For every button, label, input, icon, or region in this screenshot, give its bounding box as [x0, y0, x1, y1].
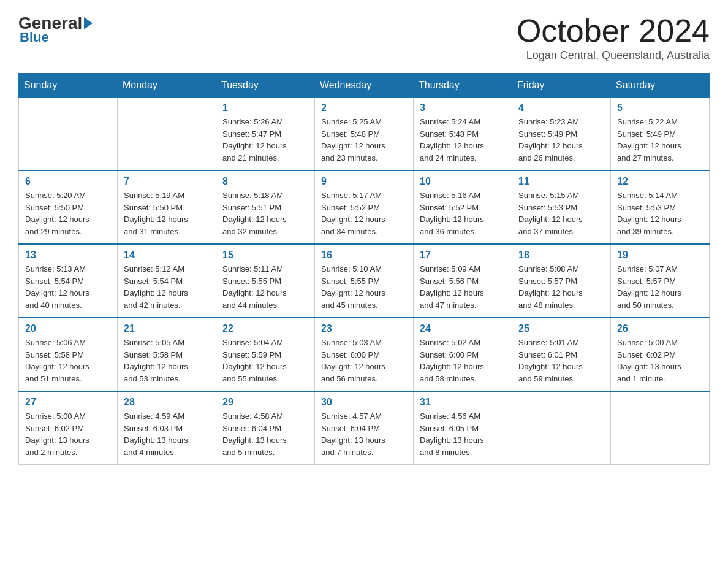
weekday-header-wednesday: Wednesday [315, 74, 414, 98]
calendar-cell: 13Sunrise: 5:13 AMSunset: 5:54 PMDayligh… [19, 244, 118, 318]
calendar-cell: 22Sunrise: 5:04 AMSunset: 5:59 PMDayligh… [216, 318, 315, 391]
logo-arrow-icon [84, 17, 93, 29]
calendar-cell: 15Sunrise: 5:11 AMSunset: 5:55 PMDayligh… [216, 244, 315, 318]
title-area: October 2024 Logan Central, Queensland, … [517, 15, 710, 62]
calendar-table: SundayMondayTuesdayWednesdayThursdayFrid… [18, 73, 710, 465]
day-number: 20 [25, 323, 111, 334]
day-number: 22 [222, 323, 308, 334]
day-number: 14 [124, 250, 210, 261]
day-number: 17 [420, 250, 506, 261]
calendar-cell: 16Sunrise: 5:10 AMSunset: 5:55 PMDayligh… [315, 244, 414, 318]
calendar-cell: 29Sunrise: 4:58 AMSunset: 6:04 PMDayligh… [216, 391, 315, 465]
day-info: Sunrise: 5:23 AMSunset: 5:49 PMDaylight:… [518, 116, 604, 164]
week-row-2: 6Sunrise: 5:20 AMSunset: 5:50 PMDaylight… [19, 170, 710, 244]
day-info: Sunrise: 5:25 AMSunset: 5:48 PMDaylight:… [321, 116, 407, 164]
weekday-header-monday: Monday [118, 74, 216, 98]
day-number: 21 [124, 323, 210, 334]
day-info: Sunrise: 5:01 AMSunset: 6:01 PMDaylight:… [518, 337, 604, 385]
day-number: 2 [321, 102, 407, 113]
day-number: 10 [420, 176, 506, 187]
weekday-header-thursday: Thursday [414, 74, 512, 98]
day-info: Sunrise: 5:02 AMSunset: 6:00 PMDaylight:… [420, 337, 506, 385]
day-info: Sunrise: 5:17 AMSunset: 5:52 PMDaylight:… [321, 190, 407, 237]
calendar-cell: 28Sunrise: 4:59 AMSunset: 6:03 PMDayligh… [118, 391, 216, 465]
day-number: 18 [518, 250, 604, 261]
day-info: Sunrise: 5:04 AMSunset: 5:59 PMDaylight:… [222, 337, 308, 385]
day-info: Sunrise: 5:11 AMSunset: 5:55 PMDaylight:… [222, 263, 308, 311]
day-info: Sunrise: 4:56 AMSunset: 6:05 PMDaylight:… [420, 410, 506, 458]
day-number: 26 [617, 323, 703, 334]
day-info: Sunrise: 4:57 AMSunset: 6:04 PMDaylight:… [321, 410, 407, 458]
day-info: Sunrise: 5:05 AMSunset: 5:58 PMDaylight:… [124, 337, 210, 385]
calendar-cell: 12Sunrise: 5:14 AMSunset: 5:53 PMDayligh… [611, 170, 710, 244]
day-number: 1 [222, 102, 308, 113]
day-number: 5 [617, 102, 703, 113]
calendar-cell: 14Sunrise: 5:12 AMSunset: 5:54 PMDayligh… [118, 244, 216, 318]
calendar-cell [19, 98, 118, 171]
calendar-cell: 18Sunrise: 5:08 AMSunset: 5:57 PMDayligh… [512, 244, 611, 318]
day-info: Sunrise: 5:26 AMSunset: 5:47 PMDaylight:… [222, 116, 308, 164]
calendar-cell: 8Sunrise: 5:18 AMSunset: 5:51 PMDaylight… [216, 170, 315, 244]
day-number: 13 [25, 250, 111, 261]
calendar-cell: 2Sunrise: 5:25 AMSunset: 5:48 PMDaylight… [315, 98, 414, 171]
week-row-4: 20Sunrise: 5:06 AMSunset: 5:58 PMDayligh… [19, 318, 710, 391]
calendar-cell: 11Sunrise: 5:15 AMSunset: 5:53 PMDayligh… [512, 170, 611, 244]
day-info: Sunrise: 5:00 AMSunset: 6:02 PMDaylight:… [25, 410, 111, 458]
calendar-cell: 9Sunrise: 5:17 AMSunset: 5:52 PMDaylight… [315, 170, 414, 244]
day-number: 24 [420, 323, 506, 334]
day-number: 15 [222, 250, 308, 261]
month-title: October 2024 [517, 15, 710, 47]
calendar-cell: 25Sunrise: 5:01 AMSunset: 6:01 PMDayligh… [512, 318, 611, 391]
calendar-cell [118, 98, 216, 171]
day-info: Sunrise: 5:20 AMSunset: 5:50 PMDaylight:… [25, 190, 111, 237]
day-info: Sunrise: 5:22 AMSunset: 5:49 PMDaylight:… [617, 116, 703, 164]
day-info: Sunrise: 5:12 AMSunset: 5:54 PMDaylight:… [124, 263, 210, 311]
day-number: 19 [617, 250, 703, 261]
day-info: Sunrise: 5:06 AMSunset: 5:58 PMDaylight:… [25, 337, 111, 385]
weekday-header-friday: Friday [512, 74, 611, 98]
day-number: 29 [222, 397, 308, 408]
day-number: 16 [321, 250, 407, 261]
calendar-cell: 31Sunrise: 4:56 AMSunset: 6:05 PMDayligh… [414, 391, 512, 465]
day-number: 28 [124, 397, 210, 408]
week-row-1: 1Sunrise: 5:26 AMSunset: 5:47 PMDaylight… [19, 98, 710, 171]
day-number: 25 [518, 323, 604, 334]
day-number: 3 [420, 102, 506, 113]
day-number: 6 [25, 176, 111, 187]
day-info: Sunrise: 4:59 AMSunset: 6:03 PMDaylight:… [124, 410, 210, 458]
day-info: Sunrise: 5:15 AMSunset: 5:53 PMDaylight:… [518, 190, 604, 237]
calendar-cell: 10Sunrise: 5:16 AMSunset: 5:52 PMDayligh… [414, 170, 512, 244]
day-number: 27 [25, 397, 111, 408]
day-info: Sunrise: 5:09 AMSunset: 5:56 PMDaylight:… [420, 263, 506, 311]
day-number: 7 [124, 176, 210, 187]
day-info: Sunrise: 5:08 AMSunset: 5:57 PMDaylight:… [518, 263, 604, 311]
weekday-header-tuesday: Tuesday [216, 74, 315, 98]
calendar-cell: 24Sunrise: 5:02 AMSunset: 6:00 PMDayligh… [414, 318, 512, 391]
weekday-header-saturday: Saturday [611, 74, 710, 98]
day-info: Sunrise: 5:00 AMSunset: 6:02 PMDaylight:… [617, 337, 703, 385]
calendar-cell: 1Sunrise: 5:26 AMSunset: 5:47 PMDaylight… [216, 98, 315, 171]
page-header: General Blue October 2024 Logan Central,… [18, 15, 710, 62]
day-number: 23 [321, 323, 407, 334]
calendar-cell: 5Sunrise: 5:22 AMSunset: 5:49 PMDaylight… [611, 98, 710, 171]
day-info: Sunrise: 4:58 AMSunset: 6:04 PMDaylight:… [222, 410, 308, 458]
calendar-cell: 17Sunrise: 5:09 AMSunset: 5:56 PMDayligh… [414, 244, 512, 318]
calendar-cell: 26Sunrise: 5:00 AMSunset: 6:02 PMDayligh… [611, 318, 710, 391]
calendar-cell: 27Sunrise: 5:00 AMSunset: 6:02 PMDayligh… [19, 391, 118, 465]
day-info: Sunrise: 5:16 AMSunset: 5:52 PMDaylight:… [420, 190, 506, 237]
calendar-cell: 20Sunrise: 5:06 AMSunset: 5:58 PMDayligh… [19, 318, 118, 391]
day-number: 30 [321, 397, 407, 408]
calendar-cell [611, 391, 710, 465]
week-row-3: 13Sunrise: 5:13 AMSunset: 5:54 PMDayligh… [19, 244, 710, 318]
weekday-header-row: SundayMondayTuesdayWednesdayThursdayFrid… [19, 74, 710, 98]
calendar-cell: 4Sunrise: 5:23 AMSunset: 5:49 PMDaylight… [512, 98, 611, 171]
day-info: Sunrise: 5:19 AMSunset: 5:50 PMDaylight:… [124, 190, 210, 237]
weekday-header-sunday: Sunday [19, 74, 118, 98]
day-number: 11 [518, 176, 604, 187]
week-row-5: 27Sunrise: 5:00 AMSunset: 6:02 PMDayligh… [19, 391, 710, 465]
day-number: 8 [222, 176, 308, 187]
day-info: Sunrise: 5:13 AMSunset: 5:54 PMDaylight:… [25, 263, 111, 311]
logo-blue-text: Blue [20, 29, 49, 45]
calendar-cell: 7Sunrise: 5:19 AMSunset: 5:50 PMDaylight… [118, 170, 216, 244]
day-number: 4 [518, 102, 604, 113]
